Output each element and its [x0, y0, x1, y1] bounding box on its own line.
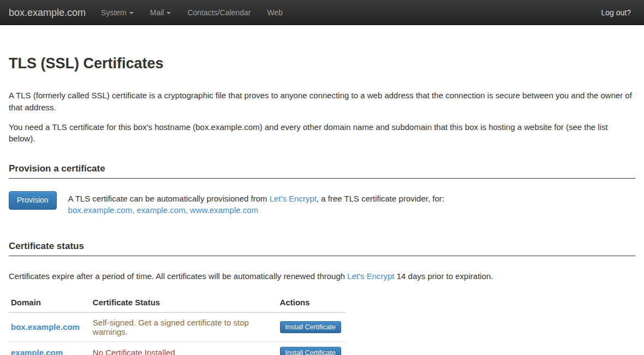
lets-encrypt-link[interactable]: Let's Encrypt: [347, 271, 394, 281]
table-row: box.example.com Self-signed. Get a signe…: [9, 312, 345, 342]
navbar-menu: System Mail Contacts/Calendar Web: [93, 0, 291, 25]
certificate-status-text: No Certificate Installed: [93, 348, 175, 355]
provision-section-heading: Provision a certificate: [9, 163, 635, 179]
certificate-status-text: Self-signed. Get a signed certificate to…: [93, 318, 249, 336]
install-certificate-button[interactable]: Install Certificate: [280, 347, 341, 355]
nav-item-web[interactable]: Web: [259, 0, 291, 25]
install-certificate-button[interactable]: Install Certificate: [280, 321, 341, 333]
page-title: TLS (SSL) Certificates: [9, 55, 635, 72]
logout-link[interactable]: Log out?: [597, 0, 636, 25]
chevron-down-icon: [166, 12, 171, 14]
column-header-domain: Domain: [9, 293, 91, 312]
table-header-row: Domain Certificate Status Actions: [9, 293, 345, 312]
provision-row: Provision A TLS certificate can be autom…: [9, 191, 635, 216]
nav-item-mail[interactable]: Mail: [142, 0, 180, 25]
intro-paragraph-2: You need a TLS certificate for this box'…: [9, 121, 635, 145]
intro-text: A TLS (formerly called SSL) certificate …: [9, 90, 635, 145]
column-header-status: Certificate Status: [91, 293, 278, 312]
provision-button[interactable]: Provision: [9, 191, 57, 210]
nav-item-contacts-calendar[interactable]: Contacts/Calendar: [179, 0, 259, 25]
navbar-brand[interactable]: box.example.com: [9, 0, 86, 25]
certificate-table: Domain Certificate Status Actions box.ex…: [9, 293, 345, 355]
column-header-actions: Actions: [278, 293, 345, 312]
main-content: TLS (SSL) Certificates A TLS (formerly c…: [0, 55, 644, 355]
chevron-down-icon: [129, 12, 134, 14]
certificate-status-heading: Certificate status: [9, 241, 635, 256]
intro-paragraph-1: A TLS (formerly called SSL) certificate …: [9, 90, 635, 114]
provision-description: A TLS certificate can be automatically p…: [68, 191, 444, 216]
table-row: example.com No Certificate Installed Ins…: [9, 341, 345, 355]
top-navbar: box.example.com System Mail Contacts/Cal…: [0, 0, 644, 25]
nav-item-system[interactable]: System: [93, 0, 142, 25]
expiry-note: Certificates expire after a period of ti…: [9, 270, 635, 282]
domain-link[interactable]: box.example.com: [11, 322, 80, 332]
domain-link[interactable]: example.com: [11, 348, 63, 355]
lets-encrypt-link[interactable]: Let's Encrypt: [270, 194, 317, 203]
provision-domain-list: box.example.com, example.com, www.exampl…: [68, 205, 258, 215]
